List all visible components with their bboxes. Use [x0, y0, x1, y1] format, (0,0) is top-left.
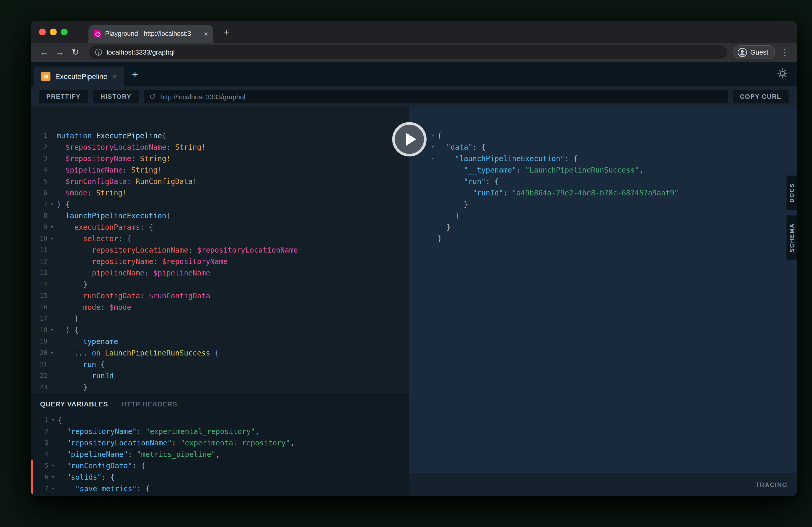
- fold-gutter: [47, 381, 57, 393]
- tab-close-icon[interactable]: ×: [204, 30, 208, 37]
- code-text: launchPipelineExecution(: [57, 210, 171, 222]
- reload-icon[interactable]: ↻: [68, 45, 83, 60]
- fold-arrow-icon[interactable]: ▾: [428, 130, 437, 141]
- code-line: 9▾ executionParams: {: [34, 222, 409, 233]
- lint-gutter: [31, 426, 33, 437]
- code-text: $mode: String!: [57, 187, 127, 198]
- code-text: runConfigData: $runConfigData: [57, 290, 210, 301]
- fold-arrow-icon[interactable]: ▾: [428, 153, 437, 164]
- code-line: }: [428, 222, 797, 233]
- close-window-button[interactable]: [39, 28, 46, 35]
- fold-gutter: [48, 437, 58, 449]
- fold-arrow-icon[interactable]: ▾: [47, 347, 57, 359]
- code-text: {: [58, 414, 62, 426]
- code-line: }: [428, 198, 797, 210]
- code-text: mode: $mode: [57, 301, 131, 313]
- code-text: "launchPipelineExecution": {: [437, 153, 578, 164]
- line-number: 10: [34, 233, 47, 244]
- back-icon[interactable]: ←: [37, 45, 52, 60]
- code-line: 3 "repositoryLocationName": "experimenta…: [31, 437, 409, 449]
- code-text: ... on LaunchPipelineRunSuccess {: [57, 347, 219, 359]
- code-line: 19 __typename: [34, 336, 409, 347]
- fold-arrow-icon[interactable]: ▾: [48, 460, 58, 471]
- tracing-label: TRACING: [756, 481, 787, 488]
- execute-button[interactable]: [392, 122, 426, 156]
- line-number: 23: [34, 381, 47, 393]
- fold-gutter: [428, 176, 437, 187]
- fold-arrow-icon[interactable]: ▾: [47, 233, 57, 244]
- fold-arrow-icon[interactable]: ▾: [47, 324, 57, 336]
- browser-tab[interactable]: Playground - http://localhost:3 ×: [88, 25, 213, 43]
- line-number: 15: [34, 290, 47, 301]
- code-text: __typename: [57, 336, 118, 347]
- desktop-background: Playground - http://localhost:3 × + ← → …: [0, 0, 812, 527]
- code-text: ) {: [57, 198, 70, 210]
- page-info-icon[interactable]: [95, 49, 102, 56]
- settings-gear-icon[interactable]: [777, 68, 787, 80]
- play-icon: [405, 133, 416, 146]
- forward-icon[interactable]: →: [53, 45, 67, 60]
- fold-gutter: [48, 426, 58, 437]
- line-number: 17: [34, 313, 47, 324]
- code-line: "__typename": "LaunchPipelineRunSuccess"…: [428, 164, 797, 176]
- tab-http-headers[interactable]: HTTP HEADERS: [122, 400, 177, 408]
- line-number: 7: [34, 198, 47, 210]
- code-line: 16 mode: $mode: [34, 301, 409, 313]
- lint-marker: [31, 471, 33, 483]
- lint-gutter: [31, 437, 33, 449]
- fold-arrow-icon[interactable]: ▾: [48, 471, 58, 483]
- address-bar[interactable]: localhost:3333/graphql: [89, 45, 727, 59]
- fold-arrow-icon[interactable]: ▾: [47, 198, 57, 210]
- fold-gutter: [428, 187, 437, 198]
- schema-tab[interactable]: SCHEMA: [786, 216, 797, 260]
- copy-curl-button[interactable]: COPY CURL: [733, 90, 788, 103]
- fold-arrow-icon[interactable]: ▾: [428, 141, 437, 153]
- code-line: 7▾) {: [34, 198, 409, 210]
- playground-tab-close-icon[interactable]: ×: [112, 72, 116, 80]
- line-number: 3: [34, 153, 47, 164]
- code-line: 7▾ "save_metrics": {: [31, 483, 409, 494]
- code-line: 1mutation ExecutePipeline(: [34, 130, 409, 141]
- history-button[interactable]: HISTORY: [93, 90, 139, 103]
- code-line: 1▾{: [31, 414, 409, 426]
- code-text: }: [437, 222, 451, 233]
- playground-tabbar: M ExecutePipeline × +: [31, 62, 797, 86]
- fold-arrow-icon[interactable]: ▾: [48, 483, 58, 494]
- code-text: }: [57, 313, 78, 324]
- query-editor[interactable]: 1mutation ExecutePipeline(2 $repositoryL…: [31, 107, 409, 394]
- line-number: 13: [34, 267, 47, 278]
- code-line: 13 pipelineName: $pipelineName: [34, 267, 409, 278]
- fold-arrow-icon[interactable]: ▾: [48, 414, 58, 426]
- tracing-bar[interactable]: TRACING: [409, 473, 797, 496]
- code-text: $pipelineName: String!: [57, 164, 162, 176]
- new-tab-button[interactable]: +: [219, 27, 233, 36]
- code-text: "repositoryLocationName": "experimental_…: [58, 437, 294, 449]
- playground-new-tab-button[interactable]: +: [132, 68, 138, 80]
- line-number: 18: [34, 324, 47, 336]
- code-line: }: [428, 210, 797, 222]
- endpoint-input[interactable]: ↺ http://localhost:3333/graphql: [144, 90, 727, 103]
- fold-gutter: [47, 141, 57, 153]
- code-text: "save_metrics": {: [58, 483, 150, 494]
- profile-label: Guest: [750, 48, 768, 56]
- browser-tab-title: Playground - http://localhost:3: [105, 30, 200, 37]
- playground-tab-executepipeline[interactable]: M ExecutePipeline ×: [34, 66, 124, 86]
- prettify-button[interactable]: PRETTIFY: [39, 90, 88, 103]
- variables-editor[interactable]: 1▾{2 "repositoryName": "experimental_rep…: [31, 413, 409, 494]
- browser-menu-icon[interactable]: ⋮: [779, 47, 791, 57]
- browser-toolbar: ← → ↻ localhost:3333/graphql Guest ⋮: [31, 43, 797, 62]
- minimize-window-button[interactable]: [50, 28, 57, 35]
- fold-arrow-icon[interactable]: ▾: [47, 222, 57, 233]
- line-number: 20: [34, 347, 47, 359]
- code-line: ▾ "data": {: [428, 141, 797, 153]
- zoom-window-button[interactable]: [61, 28, 68, 35]
- line-number: 22: [34, 370, 47, 381]
- docs-tab[interactable]: DOCS: [786, 176, 797, 210]
- tab-query-variables[interactable]: QUERY VARIABLES: [40, 400, 108, 408]
- line-number: 6: [35, 471, 48, 483]
- lint-gutter: [31, 449, 33, 460]
- fold-gutter: [47, 359, 57, 370]
- fold-gutter: [47, 370, 57, 381]
- line-number: 16: [34, 301, 47, 313]
- profile-button[interactable]: Guest: [734, 45, 775, 59]
